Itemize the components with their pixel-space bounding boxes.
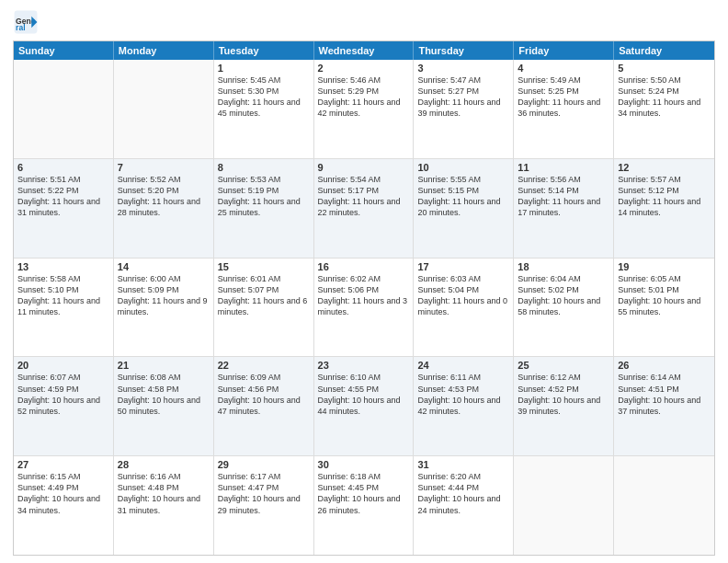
- calendar-cell: 2Sunrise: 5:46 AM Sunset: 5:29 PM Daylig…: [314, 60, 415, 158]
- day-info: Sunrise: 6:17 AM Sunset: 4:47 PM Dayligh…: [218, 471, 310, 516]
- calendar-header-cell: Monday: [114, 41, 214, 60]
- day-number: 30: [318, 459, 410, 470]
- calendar-header-cell: Sunday: [14, 41, 114, 60]
- calendar-cell: 17Sunrise: 6:03 AM Sunset: 5:04 PM Dayli…: [414, 259, 514, 357]
- day-info: Sunrise: 6:12 AM Sunset: 4:52 PM Dayligh…: [518, 372, 609, 417]
- day-number: 10: [417, 162, 509, 173]
- day-number: 16: [318, 261, 410, 272]
- day-number: 17: [417, 261, 509, 272]
- calendar-header-cell: Tuesday: [214, 41, 314, 60]
- calendar-cell: 22Sunrise: 6:09 AM Sunset: 4:56 PM Dayli…: [214, 357, 314, 455]
- calendar-cell: [14, 60, 114, 158]
- calendar-cell: 21Sunrise: 6:08 AM Sunset: 4:58 PM Dayli…: [114, 357, 214, 455]
- day-info: Sunrise: 6:20 AM Sunset: 4:44 PM Dayligh…: [417, 471, 509, 516]
- calendar-cell: 6Sunrise: 5:51 AM Sunset: 5:22 PM Daylig…: [14, 159, 114, 258]
- calendar-cell: 15Sunrise: 6:01 AM Sunset: 5:07 PM Dayli…: [214, 259, 314, 357]
- day-info: Sunrise: 6:02 AM Sunset: 5:06 PM Dayligh…: [318, 273, 410, 318]
- day-number: 22: [218, 360, 310, 371]
- day-number: 2: [318, 63, 410, 74]
- day-info: Sunrise: 5:50 AM Sunset: 5:24 PM Dayligh…: [618, 75, 711, 120]
- day-info: Sunrise: 5:56 AM Sunset: 5:14 PM Dayligh…: [518, 174, 609, 219]
- logo-icon: Gene ral: [13, 9, 39, 35]
- page: Gene ral SundayMondayTuesdayWednesdayThu…: [0, 0, 728, 563]
- calendar-row: 6Sunrise: 5:51 AM Sunset: 5:22 PM Daylig…: [14, 158, 714, 258]
- calendar-cell: 13Sunrise: 5:58 AM Sunset: 5:10 PM Dayli…: [14, 259, 114, 357]
- calendar-cell: 24Sunrise: 6:11 AM Sunset: 4:53 PM Dayli…: [414, 357, 514, 455]
- calendar-row: 27Sunrise: 6:15 AM Sunset: 4:49 PM Dayli…: [14, 455, 714, 555]
- day-number: 18: [518, 261, 609, 272]
- day-number: 19: [618, 261, 711, 272]
- svg-text:ral: ral: [16, 23, 25, 32]
- calendar-body: 1Sunrise: 5:45 AM Sunset: 5:30 PM Daylig…: [14, 60, 714, 555]
- calendar-cell: 25Sunrise: 6:12 AM Sunset: 4:52 PM Dayli…: [514, 357, 614, 455]
- day-number: 23: [318, 360, 410, 371]
- day-number: 15: [218, 261, 310, 272]
- calendar-header-cell: Friday: [514, 41, 614, 60]
- calendar-cell: 26Sunrise: 6:14 AM Sunset: 4:51 PM Dayli…: [614, 357, 714, 455]
- day-info: Sunrise: 6:15 AM Sunset: 4:49 PM Dayligh…: [17, 471, 109, 516]
- day-info: Sunrise: 5:58 AM Sunset: 5:10 PM Dayligh…: [17, 273, 109, 318]
- calendar: SundayMondayTuesdayWednesdayThursdayFrid…: [13, 40, 715, 556]
- calendar-cell: [514, 456, 614, 555]
- day-info: Sunrise: 6:14 AM Sunset: 4:51 PM Dayligh…: [618, 372, 711, 417]
- calendar-row: 20Sunrise: 6:07 AM Sunset: 4:59 PM Dayli…: [14, 356, 714, 455]
- day-number: 24: [417, 360, 509, 371]
- calendar-header-cell: Wednesday: [314, 41, 415, 60]
- calendar-cell: [114, 60, 214, 158]
- day-number: 26: [618, 360, 711, 371]
- calendar-cell: 11Sunrise: 5:56 AM Sunset: 5:14 PM Dayli…: [514, 159, 614, 258]
- calendar-cell: 19Sunrise: 6:05 AM Sunset: 5:01 PM Dayli…: [614, 259, 714, 357]
- day-info: Sunrise: 5:57 AM Sunset: 5:12 PM Dayligh…: [618, 174, 711, 219]
- calendar-cell: [614, 456, 714, 555]
- day-info: Sunrise: 6:18 AM Sunset: 4:45 PM Dayligh…: [318, 471, 410, 516]
- day-number: 31: [417, 459, 509, 470]
- day-info: Sunrise: 5:49 AM Sunset: 5:25 PM Dayligh…: [518, 75, 609, 120]
- day-info: Sunrise: 5:46 AM Sunset: 5:29 PM Dayligh…: [318, 75, 410, 120]
- calendar-cell: 18Sunrise: 6:04 AM Sunset: 5:02 PM Dayli…: [514, 259, 614, 357]
- calendar-cell: 3Sunrise: 5:47 AM Sunset: 5:27 PM Daylig…: [414, 60, 514, 158]
- logo: Gene ral: [13, 9, 42, 35]
- day-number: 5: [618, 63, 711, 74]
- day-number: 21: [118, 360, 210, 371]
- day-info: Sunrise: 5:54 AM Sunset: 5:17 PM Dayligh…: [318, 174, 410, 219]
- day-info: Sunrise: 6:05 AM Sunset: 5:01 PM Dayligh…: [618, 273, 711, 318]
- day-number: 3: [417, 63, 509, 74]
- day-number: 12: [618, 162, 711, 173]
- calendar-cell: 10Sunrise: 5:55 AM Sunset: 5:15 PM Dayli…: [414, 159, 514, 258]
- calendar-cell: 28Sunrise: 6:16 AM Sunset: 4:48 PM Dayli…: [114, 456, 214, 555]
- day-info: Sunrise: 5:55 AM Sunset: 5:15 PM Dayligh…: [417, 174, 509, 219]
- calendar-cell: 9Sunrise: 5:54 AM Sunset: 5:17 PM Daylig…: [314, 159, 415, 258]
- calendar-header: SundayMondayTuesdayWednesdayThursdayFrid…: [14, 41, 714, 60]
- day-info: Sunrise: 6:09 AM Sunset: 4:56 PM Dayligh…: [218, 372, 310, 417]
- day-info: Sunrise: 5:45 AM Sunset: 5:30 PM Dayligh…: [218, 75, 310, 120]
- day-number: 28: [118, 459, 210, 470]
- day-number: 20: [17, 360, 109, 371]
- day-number: 9: [318, 162, 410, 173]
- day-info: Sunrise: 6:07 AM Sunset: 4:59 PM Dayligh…: [17, 372, 109, 417]
- day-info: Sunrise: 5:51 AM Sunset: 5:22 PM Dayligh…: [17, 174, 109, 219]
- day-number: 4: [518, 63, 609, 74]
- day-info: Sunrise: 5:53 AM Sunset: 5:19 PM Dayligh…: [218, 174, 310, 219]
- day-number: 29: [218, 459, 310, 470]
- day-number: 14: [118, 261, 210, 272]
- calendar-cell: 31Sunrise: 6:20 AM Sunset: 4:44 PM Dayli…: [414, 456, 514, 555]
- day-number: 7: [118, 162, 210, 173]
- day-info: Sunrise: 5:52 AM Sunset: 5:20 PM Dayligh…: [118, 174, 210, 219]
- day-info: Sunrise: 6:00 AM Sunset: 5:09 PM Dayligh…: [118, 273, 210, 318]
- calendar-cell: 5Sunrise: 5:50 AM Sunset: 5:24 PM Daylig…: [614, 60, 714, 158]
- calendar-cell: 7Sunrise: 5:52 AM Sunset: 5:20 PM Daylig…: [114, 159, 214, 258]
- calendar-cell: 12Sunrise: 5:57 AM Sunset: 5:12 PM Dayli…: [614, 159, 714, 258]
- calendar-header-cell: Saturday: [614, 41, 714, 60]
- day-number: 25: [518, 360, 609, 371]
- day-info: Sunrise: 6:03 AM Sunset: 5:04 PM Dayligh…: [417, 273, 509, 318]
- day-number: 8: [218, 162, 310, 173]
- calendar-cell: 23Sunrise: 6:10 AM Sunset: 4:55 PM Dayli…: [314, 357, 415, 455]
- calendar-cell: 8Sunrise: 5:53 AM Sunset: 5:19 PM Daylig…: [214, 159, 314, 258]
- calendar-cell: 20Sunrise: 6:07 AM Sunset: 4:59 PM Dayli…: [14, 357, 114, 455]
- calendar-row: 1Sunrise: 5:45 AM Sunset: 5:30 PM Daylig…: [14, 60, 714, 158]
- day-number: 13: [17, 261, 109, 272]
- calendar-cell: 16Sunrise: 6:02 AM Sunset: 5:06 PM Dayli…: [314, 259, 415, 357]
- day-info: Sunrise: 6:01 AM Sunset: 5:07 PM Dayligh…: [218, 273, 310, 318]
- calendar-header-cell: Thursday: [414, 41, 514, 60]
- day-number: 11: [518, 162, 609, 173]
